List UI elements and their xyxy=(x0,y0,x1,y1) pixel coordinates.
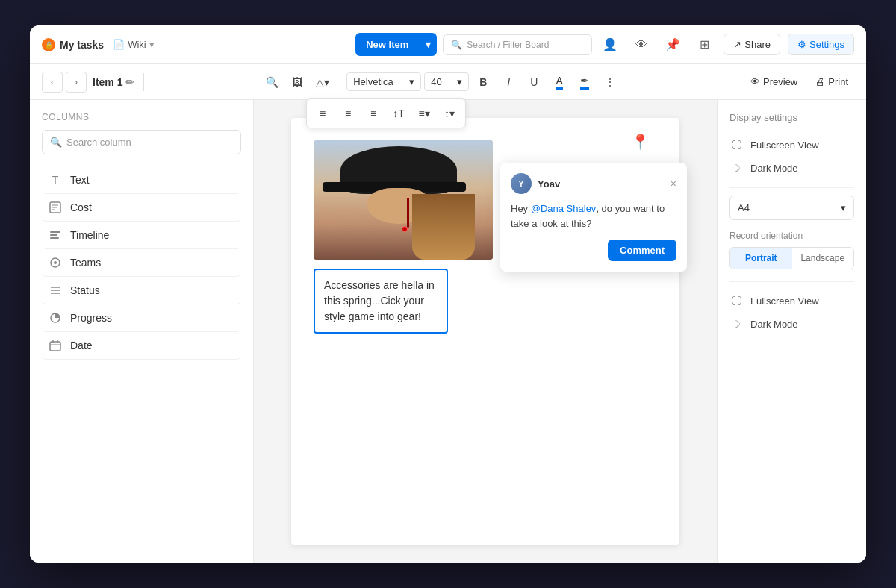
location-pin-icon[interactable]: 📍 xyxy=(631,133,650,151)
cost-column-icon xyxy=(48,201,63,213)
line-height-button[interactable]: ↕▾ xyxy=(438,102,461,125)
settings-label: Settings xyxy=(809,39,844,50)
teams-column-icon xyxy=(48,257,63,269)
toolbar-divider-2 xyxy=(340,73,340,91)
search-icon: 🔍 xyxy=(451,40,462,50)
comment-body: Hey @Dana Shalev, do you want to take a … xyxy=(511,201,676,231)
comment-submit-button[interactable]: Comment xyxy=(608,240,676,261)
comment-user: Y Yoav xyxy=(511,173,560,194)
wiki-chevron: ▾ xyxy=(149,39,155,50)
text-column-icon: T xyxy=(48,174,63,186)
fullscreen-label-2: Fullscreen View xyxy=(750,295,819,307)
fullscreen-label-1: Fullscreen View xyxy=(750,140,819,151)
font-size-select[interactable]: 40 ▾ xyxy=(424,72,469,91)
svg-point-8 xyxy=(54,261,57,264)
fullscreen-view-setting-1[interactable]: ⛶ Fullscreen View xyxy=(729,134,854,157)
forward-nav-button[interactable]: › xyxy=(66,72,87,93)
italic-button[interactable]: I xyxy=(497,71,520,93)
comment-header: Y Yoav × xyxy=(511,173,676,194)
columns-header: Columns xyxy=(42,112,241,122)
print-button[interactable]: 🖨 Print xyxy=(809,73,854,90)
dark-mode-setting-2[interactable]: ☽ Dark Mode xyxy=(729,313,854,336)
image-tool-button[interactable]: 🖼 xyxy=(286,71,308,93)
column-item-teams[interactable]: Teams xyxy=(42,249,241,277)
share-button[interactable]: ↗ Share xyxy=(724,34,780,55)
comment-close-button[interactable]: × xyxy=(671,178,676,190)
breadcrumb: Item 1 ✏ xyxy=(93,76,134,88)
align-center-button[interactable]: ≡ xyxy=(337,102,359,125)
edit-icon[interactable]: ✏ xyxy=(125,76,134,88)
zoom-tool-button[interactable]: 🔍 xyxy=(261,71,283,93)
list-style-button[interactable]: ≡▾ xyxy=(413,102,435,125)
status-column-label: Status xyxy=(70,284,100,296)
search-filter-bar[interactable]: 🔍 Search / Filter Board xyxy=(443,34,592,55)
align-right-button[interactable]: ≡ xyxy=(362,102,385,125)
column-item-cost[interactable]: Cost xyxy=(42,194,241,222)
svg-rect-5 xyxy=(50,234,57,236)
fullscreen-view-setting-2[interactable]: ⛶ Fullscreen View xyxy=(729,290,854,313)
left-sidebar: Columns 🔍 Search column T Text Cost xyxy=(30,100,254,563)
user-icon-button[interactable]: 👤 xyxy=(598,33,622,57)
align-left-button[interactable]: ≡ xyxy=(311,102,334,125)
column-item-timeline[interactable]: Timeline xyxy=(42,222,241,249)
search-column-placeholder: Search column xyxy=(66,137,131,148)
font-family-value: Helvetica xyxy=(353,76,393,87)
avatar-initials: Y xyxy=(518,179,523,188)
print-label: Print xyxy=(828,76,848,87)
doc-image xyxy=(314,140,493,260)
settings-button[interactable]: ⚙ Settings xyxy=(788,34,854,55)
editor-toolbar: ‹ › Item 1 ✏ 🔍 🖼 △▾ Helvetica ▾ 40 ▾ B I… xyxy=(30,64,866,100)
nav-center: New Item ▾ 🔍 Search / Filter Board xyxy=(355,33,592,56)
eye-icon-button[interactable]: 👁 xyxy=(629,33,653,57)
landscape-button[interactable]: Landscape xyxy=(792,248,854,269)
toolbar-nav: ‹ › xyxy=(42,72,87,93)
column-item-date[interactable]: Date xyxy=(42,332,241,360)
underline-button[interactable]: U xyxy=(523,71,545,93)
text-column-label: Text xyxy=(70,174,90,186)
doc-page: 📍 xyxy=(291,118,679,545)
bold-button[interactable]: B xyxy=(472,71,494,93)
teams-column-label: Teams xyxy=(70,257,101,269)
dark-mode-icon-1: ☽ xyxy=(729,163,743,174)
column-item-text[interactable]: T Text xyxy=(42,166,241,194)
top-nav: 🔒 My tasks 📄 Wiki ▾ New Item ▾ 🔍 Search … xyxy=(30,25,866,64)
nav-brand: 🔒 My tasks xyxy=(42,38,104,51)
date-column-label: Date xyxy=(70,340,93,351)
progress-column-label: Progress xyxy=(70,312,112,324)
print-icon: 🖨 xyxy=(815,76,825,87)
display-settings-title: Display settings xyxy=(729,112,854,123)
nav-left: 🔒 My tasks 📄 Wiki ▾ xyxy=(42,38,349,51)
search-column-input[interactable]: 🔍 Search column xyxy=(42,130,241,154)
pen-color-button[interactable]: ✒ xyxy=(573,71,596,93)
text-height-button[interactable]: ↕T xyxy=(388,102,410,125)
comment-mention: @Dana Shalev xyxy=(531,203,597,214)
page-size-value: A4 xyxy=(738,202,750,213)
font-family-select[interactable]: Helvetica ▾ xyxy=(346,72,421,91)
column-item-progress[interactable]: Progress xyxy=(42,304,241,332)
page-size-select[interactable]: A4 ▾ xyxy=(729,196,854,220)
toolbar-divider-3 xyxy=(735,73,735,91)
pin-icon-button[interactable]: 📌 xyxy=(661,33,685,57)
filter-icon-button[interactable]: ⊞ xyxy=(692,33,716,57)
new-item-arrow-icon: ▾ xyxy=(420,33,437,56)
font-size-chevron: ▾ xyxy=(457,76,462,87)
floating-format-toolbar: ≡ ≡ ≡ ↕T ≡▾ ↕▾ xyxy=(306,98,466,128)
new-item-button[interactable]: New Item ▾ xyxy=(355,33,437,56)
back-nav-button[interactable]: ‹ xyxy=(42,72,63,93)
doc-area: 📍 xyxy=(254,100,717,563)
portrait-button[interactable]: Portrait xyxy=(730,248,792,269)
wiki-nav[interactable]: 📄 Wiki ▾ xyxy=(113,39,155,50)
nav-right: 👤 👁 📌 ⊞ ↗ Share ⚙ Settings xyxy=(598,33,854,57)
timeline-column-icon xyxy=(48,229,63,241)
dark-mode-setting-1[interactable]: ☽ Dark Mode xyxy=(729,157,854,180)
orientation-label: Record orientation xyxy=(729,231,854,241)
dark-mode-icon-2: ☽ xyxy=(729,319,743,330)
preview-button[interactable]: 👁 Preview xyxy=(744,73,803,90)
shape-tool-button[interactable]: △▾ xyxy=(311,71,334,93)
column-item-status[interactable]: Status xyxy=(42,277,241,304)
highlight-color-button[interactable]: A xyxy=(548,71,570,93)
text-box[interactable]: Accessories are hella in this spring...C… xyxy=(314,269,448,334)
status-column-icon xyxy=(48,284,63,296)
toolbar-tools: 🔍 🖼 △▾ Helvetica ▾ 40 ▾ B I U A ✒ ⋮ xyxy=(153,71,729,93)
more-options-button[interactable]: ⋮ xyxy=(599,71,621,93)
